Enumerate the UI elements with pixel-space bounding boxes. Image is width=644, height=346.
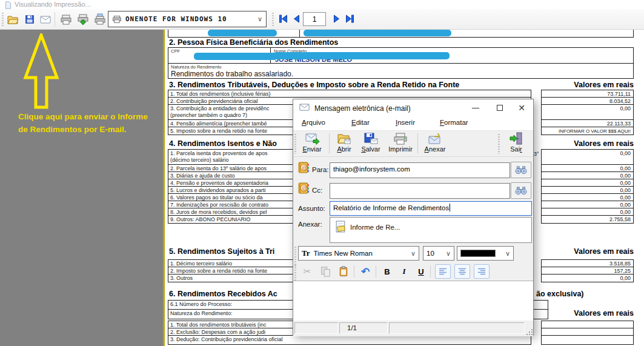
cpf-label: CPF (171, 48, 180, 54)
close-button[interactable]: ✕ (513, 99, 531, 116)
first-page-button[interactable] (276, 13, 290, 25)
font-color-select[interactable]: ∨ (457, 246, 514, 261)
svg-text:@: @ (302, 185, 308, 191)
font-size-value: 10 (427, 250, 434, 257)
email-hint-text: Clique aqui para enviar o Informe de Ren… (18, 110, 148, 136)
page-number-input[interactable] (303, 12, 326, 26)
exit-door-icon (509, 132, 523, 145)
undo-button[interactable]: ↶ (357, 264, 373, 279)
attach-button[interactable]: Anexar (420, 132, 450, 156)
valores-label: Valores em reais (574, 139, 634, 148)
table-row-value: 0,00 (542, 274, 633, 282)
bold-button[interactable]: B (379, 264, 395, 279)
copy-button[interactable] (317, 264, 333, 279)
table-row-value (542, 336, 633, 344)
dialog-toolbar: Enviar Abrir Salvar Imprimir Anexar Sair (293, 130, 533, 157)
toolbar-grip (294, 247, 296, 267)
toolbar-grip (272, 13, 274, 26)
paste-icon (338, 265, 349, 278)
printer-select[interactable]: ONENOTE FOR WINDOWS 10 ∨ (108, 11, 267, 27)
chevron-down-icon: ∨ (257, 15, 262, 23)
minimize-button[interactable]: — (466, 99, 485, 116)
message-body-input[interactable] (293, 281, 533, 321)
last-page-button[interactable] (343, 13, 356, 25)
table-row-value: 0,00 (542, 165, 633, 172)
font-family-select[interactable]: Tr Times New Roman ∨ (298, 246, 419, 261)
align-center-icon (457, 267, 467, 276)
toolbar-grip (2, 13, 4, 26)
page-count-status: 1/1 (339, 322, 388, 334)
print-button[interactable]: Imprimir (385, 132, 416, 156)
open-folder-icon (337, 132, 351, 145)
text-caret (450, 204, 450, 211)
table-row-value: INFORMAR O VALOR $$$ AQUI! (542, 127, 633, 135)
menu-formatar[interactable]: Formatar (440, 119, 468, 126)
table-row-value: 3.518,85 (542, 260, 633, 267)
natureza-value: Rendimentos do trabalho assalariado. (171, 70, 293, 78)
binoculars-icon (514, 165, 528, 175)
email-dialog: Mensagem eletrônica (e-mail) — ✕ Arquivo… (293, 99, 534, 336)
subject-input[interactable]: Relatório de Informe de Rendimentos (330, 201, 532, 216)
save-button[interactable] (22, 12, 38, 27)
color-swatch (460, 250, 496, 257)
to-input[interactable]: thiago@inforsystem.com (330, 162, 510, 178)
up-arrow-graphic (22, 33, 61, 110)
address-book-icon[interactable]: @ (297, 182, 310, 197)
subject-label: Assunto: (298, 205, 325, 212)
dialog-title: Mensagem eletrônica (e-mail) (314, 104, 411, 113)
print-setup-button[interactable] (92, 12, 108, 27)
section6-value-column (541, 321, 634, 345)
cc-input[interactable] (330, 183, 510, 199)
table-row-value: 2.755,58 (542, 216, 633, 223)
copy-icon (320, 266, 331, 277)
section3-title: 3. Rendimentos Tributáveis, Deduções e I… (169, 81, 459, 89)
menu-arquivo[interactable]: Arquivo (302, 119, 325, 126)
align-center-button[interactable] (454, 264, 470, 279)
open-button[interactable] (5, 12, 21, 27)
menu-inserir[interactable]: Inserir (396, 119, 415, 126)
send-button[interactable]: Enviar (298, 132, 326, 156)
table-row-value: 0,00 (542, 194, 633, 201)
section4-title: 4. Rendimentos Isentos e Não (169, 139, 277, 148)
toolbar-separator (376, 265, 376, 278)
email-button[interactable] (38, 12, 53, 27)
attachments-box[interactable]: Informe de Re... (330, 217, 532, 243)
send-envelope-icon (305, 132, 320, 145)
table-row-value: 0,00 (542, 208, 633, 216)
dialog-statusbar: 1/1 (293, 321, 533, 336)
align-left-button[interactable] (435, 264, 451, 279)
lookup-to-button[interactable] (511, 162, 531, 178)
address-book-icon[interactable]: @ (297, 161, 310, 176)
exit-button[interactable]: Sair (503, 132, 529, 156)
dialog-titlebar[interactable]: Mensagem eletrônica (e-mail) — ✕ (293, 99, 533, 117)
align-right-button[interactable] (474, 264, 490, 279)
section6-title-right: ão exclusiva) (536, 290, 584, 298)
underline-button[interactable]: U (413, 264, 429, 279)
section5-title: 5. Rendimentos Sujeitos à Tri (169, 247, 274, 256)
menu-editar[interactable]: Editar (351, 119, 370, 126)
table-row-value: 0,00 (542, 172, 633, 179)
table-row-value: 0,00 (542, 187, 633, 194)
paste-button[interactable] (336, 264, 351, 279)
italic-button[interactable]: I (396, 264, 412, 279)
print-export-button[interactable] (75, 12, 91, 27)
open-button[interactable]: Abrir (332, 132, 356, 156)
previous-page-button[interactable] (290, 13, 303, 25)
print-button[interactable] (58, 12, 74, 27)
attachment-item[interactable]: Informe de Re... (335, 221, 531, 233)
attachment-name: Informe de Re... (350, 224, 400, 231)
table-row-value: 0,00 (542, 105, 633, 120)
binoculars-icon (514, 186, 528, 195)
save-floppy-icon (363, 132, 378, 145)
font-size-select[interactable]: 10 ∨ (423, 246, 454, 261)
toolbar-separator (354, 265, 354, 278)
redaction-bar (304, 30, 451, 36)
maximize-button[interactable] (491, 99, 509, 116)
cut-button[interactable]: ✂ (299, 264, 315, 279)
lookup-cc-button[interactable] (511, 182, 531, 199)
next-page-button[interactable] (330, 13, 343, 25)
align-right-icon (477, 267, 486, 276)
toolbar-separator (55, 12, 55, 27)
resize-grip[interactable] (526, 327, 533, 338)
save-button[interactable]: Salvar (357, 132, 385, 156)
